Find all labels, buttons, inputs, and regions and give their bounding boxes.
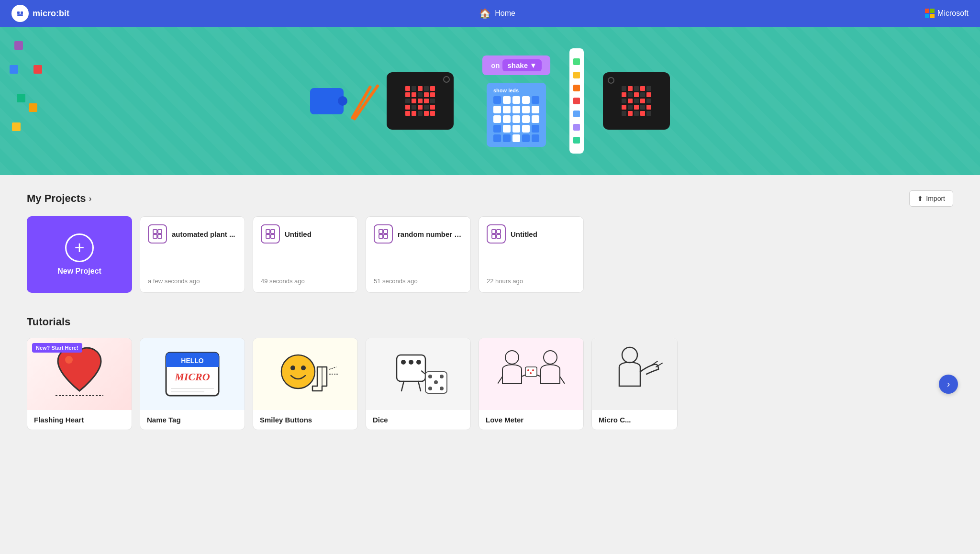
svg-rect-15 bbox=[384, 234, 388, 238]
logo[interactable]: micro:bit bbox=[11, 5, 69, 22]
svg-point-37 bbox=[409, 360, 413, 365]
tutorial-img-4 bbox=[479, 338, 583, 410]
hero-banner: on shake ▼ show leds bbox=[0, 27, 980, 175]
logo-text: micro:bit bbox=[33, 9, 69, 19]
svg-rect-9 bbox=[271, 230, 275, 233]
tutorial-card-4[interactable]: Love Meter bbox=[479, 338, 584, 430]
micro-svg bbox=[601, 343, 668, 405]
project-card-header-3: Untitled bbox=[487, 224, 576, 244]
project-time-1: 49 seconds ago bbox=[261, 277, 350, 285]
project-card-0[interactable]: automated plant ... a few seconds ago bbox=[140, 216, 245, 293]
ms-red-sq bbox=[925, 9, 929, 13]
dot-blue-1 bbox=[10, 65, 18, 74]
tutorial-img-3 bbox=[366, 338, 470, 410]
tutorial-label-0: Flashing Heart bbox=[27, 410, 132, 430]
hero-decorations-left bbox=[0, 27, 86, 175]
svg-line-51 bbox=[560, 377, 565, 384]
microbit-device-right bbox=[603, 72, 670, 130]
blocks-icon-2 bbox=[378, 228, 389, 240]
shake-block: on shake ▼ bbox=[482, 55, 550, 75]
microsoft-logo[interactable]: Microsoft bbox=[925, 9, 969, 18]
project-name-0: automated plant ... bbox=[172, 230, 235, 238]
svg-line-40 bbox=[418, 381, 421, 391]
projects-chevron-icon: › bbox=[89, 194, 92, 204]
svg-text:MICRO: MICRO bbox=[174, 371, 210, 383]
tutorial-card-5[interactable]: Micro C... bbox=[591, 338, 678, 430]
project-time-0: a few seconds ago bbox=[148, 277, 237, 285]
tutorials-carousel-wrapper: New? Start Here! Flashing Heart bbox=[27, 338, 953, 430]
tutorials-section: Tutorials New? Start Here! bbox=[27, 316, 953, 430]
strip-orange bbox=[573, 85, 580, 91]
carousel-next-button[interactable]: › bbox=[939, 375, 958, 394]
svg-rect-1 bbox=[17, 11, 20, 14]
leds-block-label: show leds bbox=[493, 88, 539, 93]
strip-blue bbox=[573, 111, 580, 117]
tutorial-card-1[interactable]: HELLO MICRO Name Tag bbox=[140, 338, 245, 430]
hero-center-content: on shake ▼ show leds bbox=[310, 55, 670, 147]
dot-yellow-1 bbox=[12, 122, 21, 131]
project-card-3[interactable]: Untitled 22 hours ago bbox=[479, 216, 584, 293]
dot-red-1 bbox=[33, 65, 42, 74]
new-project-card[interactable]: + New Project bbox=[27, 216, 132, 293]
svg-rect-10 bbox=[266, 234, 270, 238]
new-badge-0: New? Start Here! bbox=[32, 343, 82, 353]
my-projects-title[interactable]: My Projects › bbox=[27, 192, 92, 205]
svg-line-33 bbox=[329, 367, 336, 369]
svg-text:HELLO: HELLO bbox=[181, 357, 204, 365]
svg-point-57 bbox=[622, 347, 637, 363]
svg-point-44 bbox=[434, 380, 438, 384]
import-button[interactable]: ⬆ Import bbox=[909, 190, 953, 207]
projects-grid: + New Project automated plant ... bbox=[27, 216, 953, 293]
svg-point-29 bbox=[281, 355, 315, 388]
project-name-3: Untitled bbox=[511, 230, 537, 238]
import-icon: ⬆ bbox=[917, 195, 923, 202]
tutorial-img-5 bbox=[592, 338, 677, 410]
mb-button-a bbox=[443, 76, 450, 83]
microbit-logo-svg bbox=[13, 7, 27, 20]
my-projects-section: My Projects › ⬆ Import + New Project bbox=[27, 190, 953, 293]
main-content: My Projects › ⬆ Import + New Project bbox=[0, 175, 980, 554]
project-card-2[interactable]: random number g... 51 seconds ago bbox=[366, 216, 471, 293]
logo-icon bbox=[11, 5, 29, 22]
mb-led-grid bbox=[405, 86, 435, 116]
projects-title-text: My Projects bbox=[27, 192, 86, 205]
svg-line-48 bbox=[498, 377, 502, 384]
tutorial-card-3[interactable]: Dice bbox=[366, 338, 471, 430]
project-time-2: 51 seconds ago bbox=[374, 277, 463, 285]
project-card-header-2: random number g... bbox=[374, 224, 463, 244]
svg-point-20 bbox=[65, 356, 73, 364]
tutorial-img-0: New? Start Here! bbox=[27, 338, 132, 410]
svg-point-31 bbox=[301, 366, 306, 370]
blocks-icon-1 bbox=[265, 228, 276, 240]
project-card-1[interactable]: Untitled 49 seconds ago bbox=[253, 216, 358, 293]
microbit-right-group bbox=[589, 72, 670, 130]
tutorial-label-3: Dice bbox=[366, 410, 470, 430]
nav-home-label[interactable]: Home bbox=[495, 9, 515, 18]
project-name-1: Untitled bbox=[285, 230, 312, 238]
mb2-led-grid bbox=[622, 86, 651, 116]
color-strip bbox=[569, 48, 584, 154]
home-icon: 🏠 bbox=[479, 8, 491, 19]
ms-green-sq bbox=[930, 9, 935, 13]
servo-group bbox=[310, 88, 344, 114]
tutorial-label-2: Smiley Buttons bbox=[253, 410, 357, 430]
tutorial-card-0[interactable]: New? Start Here! Flashing Heart bbox=[27, 338, 132, 430]
new-project-label: New Project bbox=[57, 267, 101, 276]
leds-grid bbox=[493, 96, 539, 142]
svg-rect-2 bbox=[21, 11, 23, 14]
ms-blue-sq bbox=[925, 14, 929, 18]
nametag-svg: HELLO MICRO bbox=[161, 343, 223, 405]
mb2-button-b bbox=[608, 77, 614, 84]
tutorial-card-2[interactable]: Smiley Buttons bbox=[253, 338, 358, 430]
projects-section-header: My Projects › ⬆ Import bbox=[27, 190, 953, 207]
header: micro:bit 🏠 Home Microsoft bbox=[0, 0, 980, 27]
servo-wire-1 bbox=[351, 85, 372, 119]
dot-green-1 bbox=[17, 94, 25, 102]
ms-squares-icon bbox=[925, 9, 935, 18]
dot-purple-1 bbox=[14, 41, 23, 50]
shake-arrow: ▼ bbox=[530, 61, 537, 69]
strip-yellow bbox=[573, 72, 580, 78]
svg-rect-13 bbox=[384, 230, 388, 233]
svg-rect-3 bbox=[17, 14, 23, 16]
svg-line-39 bbox=[401, 381, 404, 391]
